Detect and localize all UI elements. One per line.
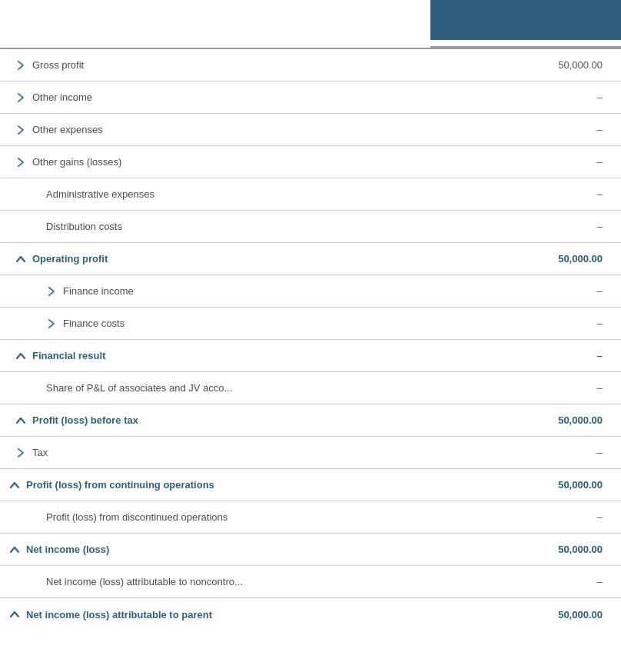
label-col-financial-result: Financial result: [0, 344, 430, 368]
subsidiary-header: [430, 0, 621, 40]
label-col-other-gains-losses: Other gains (losses): [0, 150, 430, 174]
label-col-profit-discontinued: Profit (loss) from discontinued operatio…: [0, 505, 430, 529]
value-col-other-gains-losses: –: [430, 150, 621, 174]
label-col-profit-continuing: Profit (loss) from continuing operations: [0, 473, 430, 497]
value-col-profit-before-tax: 50,000.00: [430, 408, 621, 432]
label-col-other-expenses: Other expenses: [0, 118, 430, 141]
row-net-income-parent[interactable]: Net income (loss) attributable to parent…: [0, 598, 621, 630]
row-other-gains-losses[interactable]: Other gains (losses)–: [0, 146, 621, 178]
label-text-administrative-expenses: Administrative expenses: [46, 188, 154, 200]
row-profit-continuing[interactable]: Profit (loss) from continuing operations…: [0, 469, 621, 501]
label-text-finance-costs: Finance costs: [63, 318, 125, 329]
label-text-other-expenses: Other expenses: [32, 124, 103, 135]
value-col-share-pl: –: [430, 376, 621, 400]
label-text-finance-income: Finance income: [63, 285, 134, 297]
label-text-net-income-parent: Net income (loss) attributable to parent: [26, 609, 212, 620]
chevron-right-icon[interactable]: [15, 447, 26, 458]
value-col-tax: –: [430, 441, 621, 464]
value-col-net-income: 50,000.00: [430, 537, 621, 561]
header-label: [0, 0, 430, 40]
label-col-net-income-parent: Net income (loss) attributable to parent: [0, 603, 430, 627]
label-text-other-gains-losses: Other gains (losses): [32, 156, 121, 168]
value-col-gross-profit: 50,000.00: [430, 53, 621, 77]
row-profit-discontinued[interactable]: Profit (loss) from discontinued operatio…: [0, 501, 621, 534]
chevron-right-icon[interactable]: [15, 92, 26, 103]
row-operating-profit[interactable]: Operating profit50,000.00: [0, 243, 621, 275]
row-gross-profit[interactable]: Gross profit50,000.00: [0, 49, 621, 82]
chevron-up-icon[interactable]: [9, 481, 20, 489]
label-col-gross-profit: Gross profit: [0, 53, 430, 77]
label-col-administrative-expenses: Administrative expenses: [0, 182, 430, 206]
label-col-net-income-noncontro: Net income (loss) attributable to noncon…: [0, 570, 430, 594]
chevron-up-icon[interactable]: [15, 255, 26, 263]
label-col-other-income: Other income: [0, 85, 430, 109]
label-text-other-income: Other income: [32, 91, 92, 103]
chevron-up-icon[interactable]: [15, 352, 26, 360]
row-net-income-noncontro[interactable]: Net income (loss) attributable to noncon…: [0, 566, 621, 598]
chevron-up-icon[interactable]: [9, 546, 20, 554]
row-tax[interactable]: Tax–: [0, 437, 621, 469]
currency-label-spacer: [0, 40, 430, 48]
header-row: [0, 0, 621, 40]
row-net-income[interactable]: Net income (loss)50,000.00: [0, 534, 621, 566]
value-col-other-expenses: –: [430, 118, 621, 141]
row-distribution-costs[interactable]: Distribution costs–: [0, 211, 621, 243]
data-rows: Gross profit50,000.00Other income–Other …: [0, 49, 621, 630]
value-col-net-income-parent: 50,000.00: [430, 603, 621, 627]
row-share-pl[interactable]: Share of P&L of associates and JV acco..…: [0, 372, 621, 404]
row-finance-income[interactable]: Finance income–: [0, 275, 621, 308]
currency-row: [0, 40, 621, 49]
label-col-finance-costs: Finance costs: [0, 311, 430, 335]
row-other-expenses[interactable]: Other expenses–: [0, 114, 621, 146]
label-text-distribution-costs: Distribution costs: [46, 221, 122, 232]
financial-report: Gross profit50,000.00Other income–Other …: [0, 0, 621, 630]
label-text-tax: Tax: [32, 447, 48, 458]
chevron-right-icon[interactable]: [15, 157, 26, 168]
row-profit-before-tax[interactable]: Profit (loss) before tax50,000.00: [0, 404, 621, 437]
value-col-finance-income: –: [430, 279, 621, 303]
value-col-distribution-costs: –: [430, 215, 621, 238]
label-col-operating-profit: Operating profit: [0, 247, 430, 271]
chevron-up-icon[interactable]: [9, 610, 20, 618]
label-text-net-income: Net income (loss): [26, 544, 109, 555]
row-administrative-expenses[interactable]: Administrative expenses–: [0, 178, 621, 211]
label-text-gross-profit: Gross profit: [32, 59, 84, 71]
label-text-share-pl: Share of P&L of associates and JV acco..…: [46, 382, 232, 394]
chevron-right-icon[interactable]: [46, 286, 57, 297]
label-text-profit-continuing: Profit (loss) from continuing operations: [26, 479, 214, 491]
row-financial-result[interactable]: Financial result–: [0, 340, 621, 372]
value-col-operating-profit: 50,000.00: [430, 247, 621, 271]
chevron-right-icon[interactable]: [46, 318, 57, 329]
label-col-share-pl: Share of P&L of associates and JV acco..…: [0, 376, 430, 400]
label-col-profit-before-tax: Profit (loss) before tax: [0, 408, 430, 432]
value-col-profit-discontinued: –: [430, 505, 621, 529]
row-finance-costs[interactable]: Finance costs–: [0, 308, 621, 340]
chevron-up-icon[interactable]: [15, 417, 26, 424]
currency-label: [430, 40, 621, 48]
label-col-distribution-costs: Distribution costs: [0, 215, 430, 238]
value-col-other-income: –: [430, 85, 621, 109]
label-col-net-income: Net income (loss): [0, 537, 430, 561]
label-text-financial-result: Financial result: [32, 350, 105, 361]
chevron-right-icon[interactable]: [15, 125, 26, 135]
value-col-net-income-noncontro: –: [430, 570, 621, 594]
value-col-finance-costs: –: [430, 311, 621, 335]
label-text-net-income-noncontro: Net income (loss) attributable to noncon…: [46, 576, 243, 587]
chevron-right-icon[interactable]: [15, 60, 26, 71]
value-col-profit-continuing: 50,000.00: [430, 473, 621, 497]
value-col-financial-result: –: [430, 344, 621, 368]
row-other-income[interactable]: Other income–: [0, 82, 621, 114]
label-col-tax: Tax: [0, 441, 430, 464]
label-text-profit-before-tax: Profit (loss) before tax: [32, 414, 138, 426]
value-col-administrative-expenses: –: [430, 182, 621, 206]
label-col-finance-income: Finance income: [0, 279, 430, 303]
label-text-operating-profit: Operating profit: [32, 253, 108, 264]
label-text-profit-discontinued: Profit (loss) from discontinued operatio…: [46, 511, 227, 523]
